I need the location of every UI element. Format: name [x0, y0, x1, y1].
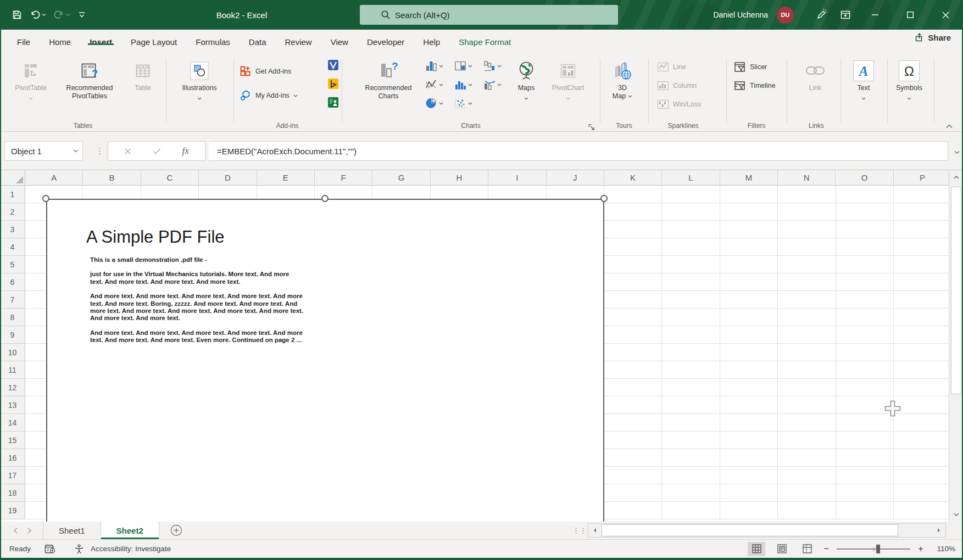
zoom-out-button[interactable]: − [823, 544, 829, 555]
zoom-slider-thumb[interactable] [876, 545, 880, 553]
tab-splitter-handle[interactable]: ⋮⋮ [572, 522, 587, 539]
pivottable-button[interactable]: PivotTable [8, 58, 54, 102]
insert-column-chart-button[interactable] [425, 60, 443, 71]
user-name[interactable]: Daniel Uchenna [713, 10, 768, 19]
column-header[interactable]: G [372, 170, 430, 186]
zoom-slider[interactable] [837, 548, 910, 550]
row-header[interactable]: 15 [0, 432, 25, 449]
page-layout-view-button[interactable] [773, 542, 791, 556]
column-header[interactable]: O [836, 170, 893, 186]
ribbon-tab[interactable]: Page Layout [121, 37, 186, 47]
maximize-button[interactable] [893, 0, 928, 30]
ribbon-tab[interactable]: View [321, 37, 358, 47]
timeline-button[interactable]: Timeline [734, 79, 776, 92]
insert-waterfall-chart-button[interactable] [483, 60, 502, 71]
share-button[interactable]: Share [915, 33, 951, 42]
zoom-in-button[interactable]: + [918, 544, 923, 555]
pivotchart-button[interactable]: PivotChart [546, 58, 590, 102]
insert-pie-chart-button[interactable] [425, 98, 443, 109]
row-header[interactable]: 13 [0, 396, 25, 414]
cancel-icon[interactable] [124, 148, 131, 155]
row-header[interactable]: 4 [0, 238, 25, 256]
row-header[interactable]: 2 [0, 203, 25, 221]
sparkline-column-button[interactable]: Column [657, 79, 697, 92]
column-header[interactable]: D [199, 170, 257, 186]
insert-scatter-chart-button[interactable] [454, 98, 472, 109]
column-header[interactable]: P [894, 170, 949, 186]
row-header[interactable]: 11 [0, 361, 25, 379]
ribbon-tab[interactable]: Developer [358, 37, 414, 47]
symbols-button[interactable]: Ω Symbols [891, 58, 927, 102]
column-header[interactable]: N [778, 170, 836, 186]
vertical-scroll-thumb[interactable] [951, 187, 961, 394]
ribbon-tab[interactable]: Help [414, 37, 449, 47]
row-header[interactable]: 10 [0, 344, 25, 361]
row-header[interactable]: 12 [0, 379, 25, 396]
row-header[interactable]: 17 [0, 467, 25, 484]
previous-sheet-icon[interactable] [13, 528, 18, 534]
sheet-tab[interactable]: Sheet2 [101, 522, 159, 539]
my-addins-button[interactable]: My Add-ins [240, 89, 298, 102]
row-header[interactable]: 6 [0, 273, 25, 291]
recommended-pivottables-button[interactable]: ? Recommended PivotTables [56, 58, 123, 100]
insert-combo-chart-button[interactable] [483, 79, 502, 90]
row-header[interactable]: 1 [0, 186, 25, 203]
column-header[interactable]: H [431, 170, 488, 186]
object-resize-handle-top-left[interactable] [42, 195, 49, 202]
recommended-charts-button[interactable]: ? Recommended Charts [356, 58, 421, 100]
macro-record-icon[interactable] [44, 544, 55, 554]
row-header[interactable]: 3 [0, 221, 25, 238]
ribbon-tab[interactable]: File [8, 37, 40, 47]
ribbon-tab[interactable]: Insert [80, 37, 121, 47]
insert-statistic-chart-button[interactable] [454, 79, 472, 90]
row-header[interactable]: 19 [0, 502, 25, 519]
people-graph-addin-icon[interactable] [327, 97, 339, 110]
link-button[interactable]: Link [800, 58, 831, 92]
column-header[interactable]: C [141, 170, 199, 186]
column-header[interactable]: A [25, 170, 83, 186]
new-sheet-button[interactable] [159, 522, 193, 539]
vertical-scrollbar[interactable] [949, 170, 963, 522]
select-all-corner[interactable] [0, 170, 25, 186]
normal-view-button[interactable] [748, 542, 765, 556]
insert-line-chart-button[interactable] [425, 79, 443, 90]
insert-hierarchy-chart-button[interactable] [454, 60, 472, 71]
ribbon-tab[interactable]: Data [240, 37, 276, 47]
object-resize-handle-top-right[interactable] [600, 195, 608, 202]
sparkline-winloss-button[interactable]: Win/Loss [657, 98, 701, 111]
collapse-ribbon-icon[interactable] [946, 121, 953, 131]
bing-addin-icon[interactable] [327, 78, 339, 92]
ribbon-display-options-icon[interactable] [833, 0, 858, 30]
horizontal-scroll-thumb[interactable] [602, 524, 898, 536]
row-header[interactable]: 5 [0, 256, 25, 273]
scroll-left-icon[interactable] [588, 524, 602, 537]
page-break-preview-button[interactable] [798, 542, 816, 556]
column-header[interactable]: I [488, 170, 546, 186]
formula-input[interactable]: =EMBED("AcroExch.Document.11","") [209, 141, 948, 161]
ribbon-tab[interactable]: Review [276, 37, 321, 47]
ribbon-tab[interactable]: Shape Format [449, 37, 520, 47]
visio-addin-icon[interactable] [327, 59, 339, 73]
column-header[interactable]: B [83, 170, 141, 186]
row-header[interactable]: 18 [0, 484, 25, 502]
column-header[interactable]: M [720, 170, 778, 186]
column-header[interactable]: E [257, 170, 315, 186]
accessibility-status[interactable]: Accessibility: Investigate [91, 545, 171, 553]
insert-function-icon[interactable]: fx [182, 145, 188, 156]
enter-icon[interactable] [153, 148, 161, 154]
sparkline-line-button[interactable]: Line [657, 60, 686, 74]
column-header[interactable]: F [315, 170, 372, 186]
zoom-level[interactable]: 110% [931, 545, 955, 553]
redo-button[interactable] [54, 10, 70, 20]
customize-quick-access-icon[interactable] [78, 12, 86, 18]
text-button[interactable]: A Text [848, 58, 879, 102]
row-header[interactable]: 9 [0, 326, 25, 344]
scroll-right-icon[interactable] [932, 524, 945, 537]
embedded-pdf-object[interactable]: A Simple PDF File This is a small demons… [46, 199, 604, 522]
expand-formula-bar-icon[interactable] [954, 147, 960, 156]
row-header[interactable]: 7 [0, 291, 25, 309]
undo-button[interactable] [30, 10, 46, 20]
accessibility-icon[interactable] [74, 544, 84, 554]
row-header[interactable]: 14 [0, 414, 25, 432]
table-button[interactable]: Table [127, 58, 158, 92]
